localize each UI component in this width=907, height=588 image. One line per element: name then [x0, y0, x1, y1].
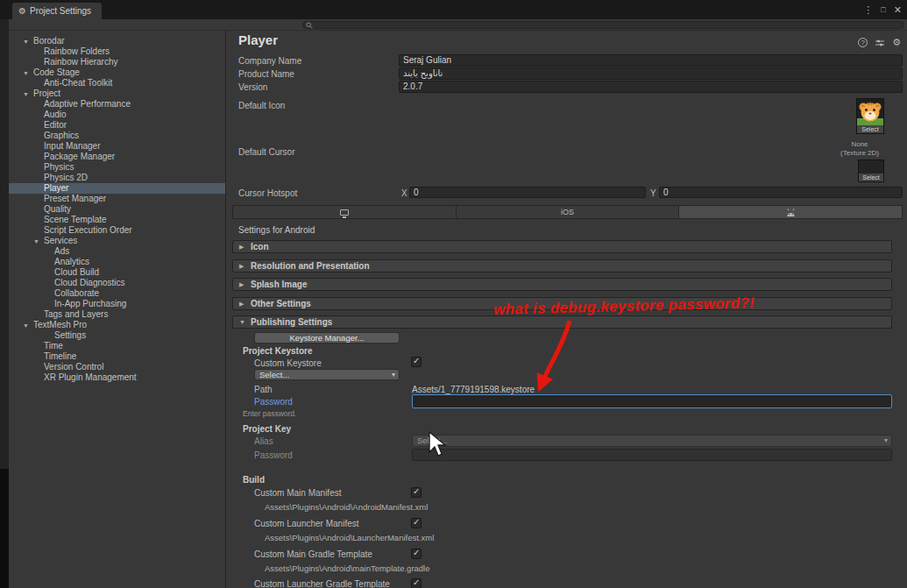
- cursor-thumbnail[interactable]: Select: [858, 159, 884, 182]
- section-label: Resolution and Presentation: [251, 261, 370, 271]
- company-name-field[interactable]: Seraj Gulian: [399, 54, 903, 67]
- window-controls: ⋮ □ ✕: [863, 0, 902, 19]
- tab-ios[interactable]: iOS: [457, 206, 680, 218]
- sidebar-item-rainbow-hierarchy[interactable]: Rainbow Hierarchy: [9, 57, 225, 67]
- sidebar-item-graphics[interactable]: Graphics: [9, 131, 225, 141]
- custom-main-gradle-template-checkbox[interactable]: ✓: [411, 549, 422, 559]
- sidebar-item-cloud-build[interactable]: Cloud Build: [9, 267, 225, 278]
- check-icon: ✓: [413, 517, 420, 527]
- keystore-path-value: Assets/1_7779191598.keystore: [412, 385, 535, 394]
- sidebar-item-audio[interactable]: Audio: [9, 110, 225, 120]
- product-name-label: Product Name: [238, 69, 294, 80]
- sidebar-item-input-manager[interactable]: Input Manager: [9, 141, 225, 152]
- sidebar-item-label: Version Control: [44, 362, 103, 372]
- window-menu-icon[interactable]: ⋮: [863, 5, 873, 15]
- sidebar-item-quality[interactable]: Quality: [9, 204, 225, 215]
- sidebar-item-ads[interactable]: Ads: [9, 246, 225, 257]
- main-manifest-path: Assets\Plugins\Android\AndroidManifest.x…: [265, 502, 428, 512]
- main-gradle-template-path: Assets\Plugins\Android\mainTemplate.grad…: [265, 563, 430, 573]
- sidebar-item-project[interactable]: ▼Project: [9, 89, 225, 99]
- sidebar-item-rainbow-folders[interactable]: Rainbow Folders: [9, 46, 225, 57]
- sidebar-item-collaborate[interactable]: Collaborate: [9, 288, 225, 299]
- sidebar-item-in-app-purchasing[interactable]: In-App Purchasing: [9, 299, 225, 309]
- sidebar-item-label: Services: [44, 236, 77, 245]
- keystore-select-dropdown[interactable]: Select...▾: [254, 369, 400, 380]
- sidebar-item-settings[interactable]: Settings: [9, 330, 225, 341]
- sidebar-item-label: Adaptive Performance: [44, 99, 131, 109]
- version-field[interactable]: 2.0.7: [399, 81, 903, 93]
- custom-launcher-manifest-checkbox[interactable]: ✓: [411, 518, 422, 528]
- hotspot-x-field[interactable]: 0: [409, 187, 646, 198]
- gear-icon: ⚙: [18, 6, 26, 16]
- keystore-manager-button[interactable]: Keystore Manager...: [254, 332, 400, 344]
- key-password-input[interactable]: [412, 449, 892, 461]
- sidebar-item-version-control[interactable]: Version Control: [9, 362, 225, 372]
- tab-android[interactable]: [679, 206, 902, 218]
- gear-icon[interactable]: ⚙: [892, 38, 901, 47]
- sidebar-item-label: Project: [33, 89, 60, 98]
- check-icon: ✓: [413, 548, 420, 557]
- sidebar-item-scene-template[interactable]: Scene Template: [9, 215, 225, 225]
- custom-main-gradle-template-label: Custom Main Gradle Template: [254, 549, 372, 560]
- project-settings-tab[interactable]: ⚙ Project Settings: [12, 3, 102, 19]
- sidebar-item-borodar[interactable]: ▼Borodar: [9, 36, 225, 46]
- sidebar-item-code-stage[interactable]: ▼Code Stage: [9, 67, 225, 78]
- sidebar-item-anti-cheat-toolkit[interactable]: Anti-Cheat Toolkit: [9, 78, 225, 89]
- product-name-field[interactable]: تاناويح یایند: [399, 67, 903, 80]
- section-label: Publishing Settings: [251, 317, 332, 327]
- sidebar-item-label: Cloud Diagnostics: [54, 278, 125, 287]
- default-icon-object-field[interactable]: Select: [856, 98, 884, 134]
- sidebar-item-adaptive-performance[interactable]: Adaptive Performance: [9, 99, 225, 110]
- sidebar-item-label: Player: [44, 183, 68, 193]
- section-splash-image[interactable]: ▶Splash Image: [232, 278, 892, 291]
- help-icon[interactable]: ?: [858, 38, 868, 47]
- sidebar-item-player[interactable]: Player: [9, 183, 225, 194]
- sidebar-item-package-manager[interactable]: Package Manager: [9, 152, 225, 162]
- sidebar-item-label: Quality: [44, 204, 71, 214]
- sidebar-item-textmesh-pro[interactable]: ▼TextMesh Pro: [9, 320, 225, 330]
- sidebar-item-label: Input Manager: [44, 141, 101, 151]
- sidebar-item-label: Collaborate: [54, 288, 99, 298]
- sidebar-item-xr-plugin-management[interactable]: XR Plugin Management: [9, 372, 225, 383]
- key-password-label: Password: [254, 450, 293, 461]
- cursor-select-button[interactable]: Select: [859, 174, 883, 181]
- sidebar-item-tags-and-layers[interactable]: Tags and Layers: [9, 309, 225, 320]
- custom-keystore-checkbox[interactable]: ✓: [411, 357, 422, 367]
- section-icon[interactable]: ▶Icon: [232, 240, 892, 253]
- section-resolution-and-presentation[interactable]: ▶Resolution and Presentation: [232, 259, 892, 273]
- annotation-arrow: [524, 317, 585, 398]
- window-float-icon[interactable]: □: [881, 6, 885, 14]
- sidebar-item-cloud-diagnostics[interactable]: Cloud Diagnostics: [9, 278, 225, 288]
- sidebar-item-physics[interactable]: Physics: [9, 162, 225, 173]
- tab-standalone[interactable]: [233, 206, 457, 218]
- custom-keystore-label: Custom Keystore: [254, 358, 322, 369]
- preset-icon[interactable]: [875, 39, 885, 47]
- section-label: Icon: [251, 242, 269, 251]
- icon-select-button[interactable]: Select: [857, 125, 883, 133]
- sidebar-item-label: Script Execution Order: [44, 225, 132, 235]
- sidebar-item-analytics[interactable]: Analytics: [9, 257, 225, 267]
- sidebar-item-services[interactable]: ▼Services: [9, 236, 225, 246]
- sidebar-item-label: Rainbow Folders: [44, 46, 110, 56]
- search-input[interactable]: [302, 21, 904, 29]
- alias-select-dropdown[interactable]: Select...▾: [412, 435, 892, 447]
- sidebar-item-timeline[interactable]: Timeline: [9, 351, 225, 362]
- sidebar-item-editor[interactable]: Editor: [9, 120, 225, 131]
- sidebar-item-time[interactable]: Time: [9, 341, 225, 351]
- monitor-icon: [340, 209, 349, 216]
- keystore-password-input[interactable]: [412, 394, 892, 408]
- check-icon: ✓: [413, 356, 420, 365]
- default-cursor-object-field[interactable]: None (Texture 2D) Select: [833, 140, 886, 182]
- custom-main-manifest-checkbox[interactable]: ✓: [411, 487, 422, 498]
- sidebar-item-script-execution-order[interactable]: Script Execution Order: [9, 225, 225, 236]
- sidebar-item-preset-manager[interactable]: Preset Manager: [9, 194, 225, 204]
- platform-tab-bar: iOS: [232, 205, 903, 219]
- window-close-icon[interactable]: ✕: [894, 5, 902, 15]
- keystore-password-label: Password: [254, 397, 293, 407]
- sidebar-item-physics-2d[interactable]: Physics 2D: [9, 173, 225, 183]
- custom-launcher-gradle-template-label: Custom Launcher Gradle Template: [254, 579, 390, 588]
- hotspot-y-field[interactable]: 0: [659, 187, 903, 198]
- window-titlebar: ⚙ Project Settings ⋮ □ ✕: [0, 0, 907, 19]
- custom-launcher-gradle-template-checkbox[interactable]: ✓: [411, 578, 422, 588]
- check-icon: ✓: [413, 486, 420, 496]
